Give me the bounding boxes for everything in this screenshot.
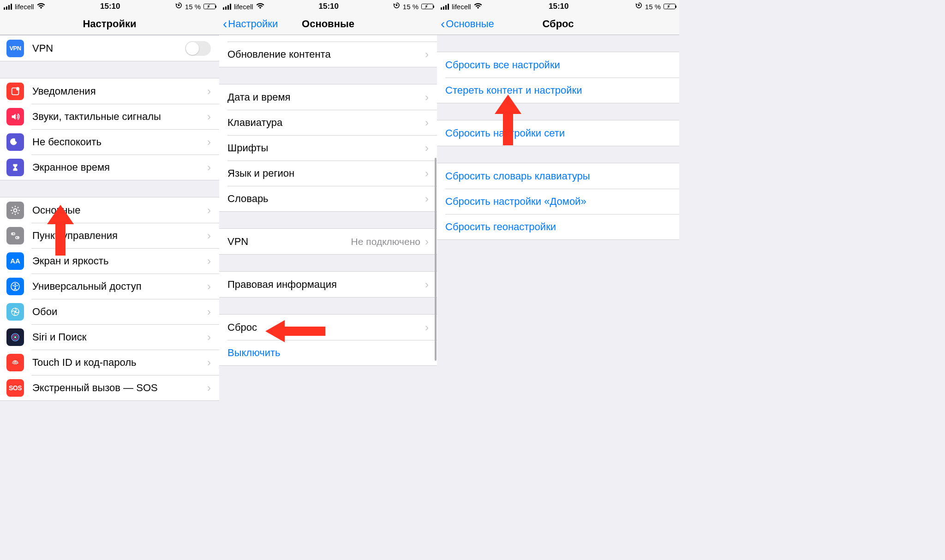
general-row-keyboard[interactable]: Клавиатура › <box>219 110 437 135</box>
status-bar: lifecell 15:10 15 % ⚡︎ <box>219 0 437 13</box>
chevron-right-icon: › <box>207 204 211 217</box>
general-icon <box>6 202 24 219</box>
nav-header: ‹ Настройки Основные <box>219 13 437 35</box>
settings-row-screentime[interactable]: Экранное время › <box>0 155 219 180</box>
row-label: Siri и Поиск <box>32 331 207 343</box>
svg-rect-0 <box>178 5 179 6</box>
row-label: Экстренный вызов — SOS <box>32 382 207 394</box>
chevron-right-icon: › <box>425 167 429 180</box>
row-label: Шрифты <box>227 142 425 154</box>
settings-row-sos[interactable]: SOS Экстренный вызов — SOS › <box>0 375 219 400</box>
reset-row-location[interactable]: Сбросить геонастройки <box>437 214 679 239</box>
svg-point-14 <box>14 336 17 338</box>
battery-percent: 15 % <box>645 3 661 11</box>
orientation-lock-icon <box>635 2 642 11</box>
general-row-background-refresh[interactable]: Обновление контента › <box>219 42 437 67</box>
chevron-right-icon: › <box>207 136 211 149</box>
chevron-right-icon: › <box>207 381 211 394</box>
scrollbar[interactable] <box>435 158 437 361</box>
chevron-right-icon: › <box>207 356 211 369</box>
row-label: Сбросить настройки сети <box>445 127 671 139</box>
chevron-right-icon: › <box>425 321 429 334</box>
status-bar: lifecell 15:10 15 % ⚡︎ <box>0 0 219 13</box>
display-icon: AA <box>6 252 24 270</box>
settings-row-display[interactable]: AA Экран и яркость › <box>0 248 219 274</box>
orientation-lock-icon <box>175 2 182 11</box>
general-row-shutdown[interactable]: Выключить <box>219 340 437 365</box>
vpn-toggle[interactable] <box>185 41 211 56</box>
cellular-signal-icon <box>441 4 449 10</box>
row-label: VPN <box>32 42 185 54</box>
svg-rect-15 <box>396 5 397 6</box>
row-label: Сбросить словарь клавиатуры <box>445 170 671 182</box>
row-label: Выключить <box>227 347 429 359</box>
vpn-icon: VPN <box>6 40 24 57</box>
cellular-signal-icon <box>4 4 12 10</box>
general-row-datetime[interactable]: Дата и время › <box>219 84 437 110</box>
battery-percent: 15 % <box>185 3 201 11</box>
general-row-fonts[interactable]: Шрифты › <box>219 135 437 161</box>
status-time: 15:10 <box>100 2 120 11</box>
chevron-right-icon: › <box>425 142 429 155</box>
settings-row-dnd[interactable]: Не беспокоить › <box>0 129 219 155</box>
svg-point-2 <box>16 87 19 90</box>
reset-row-network[interactable]: Сбросить настройки сети <box>437 120 679 146</box>
wallpaper-icon <box>6 303 24 321</box>
general-row-vpn[interactable]: VPN Не подключено › <box>219 229 437 254</box>
reset-row-erase-content[interactable]: Стереть контент и настройки <box>437 77 679 103</box>
battery-icon: ⚡︎ <box>664 4 676 9</box>
nav-back-label: Основные <box>446 18 494 30</box>
row-label: Экранное время <box>32 161 207 173</box>
svg-point-3 <box>14 209 17 212</box>
sounds-icon <box>6 108 24 125</box>
chevron-right-icon: › <box>425 235 429 248</box>
accessibility-icon <box>6 278 24 295</box>
settings-row-touchid[interactable]: Touch ID и код-пароль › <box>0 350 219 375</box>
nav-back-button[interactable]: ‹ Основные <box>437 17 494 31</box>
row-label: Пункт управления <box>32 230 207 242</box>
wifi-icon <box>256 3 264 11</box>
row-label: Язык и регион <box>227 167 425 179</box>
chevron-left-icon: ‹ <box>223 17 227 31</box>
chevron-right-icon: › <box>207 110 211 123</box>
settings-row-vpn[interactable]: VPN VPN <box>0 36 219 61</box>
settings-row-notifications[interactable]: Уведомления › <box>0 78 219 104</box>
reset-row-home-layout[interactable]: Сбросить настройки «Домой» <box>437 189 679 214</box>
chevron-right-icon: › <box>207 161 211 174</box>
row-label: Звуки, тактильные сигналы <box>32 111 207 123</box>
chevron-right-icon: › <box>207 331 211 344</box>
svg-point-7 <box>17 237 18 238</box>
row-label: Дата и время <box>227 91 425 103</box>
settings-row-wallpaper[interactable]: Обои › <box>0 299 219 324</box>
status-bar: lifecell 15:10 15 % ⚡︎ <box>437 0 679 13</box>
row-label: Экран и яркость <box>32 255 207 267</box>
reset-row-keyboard-dict[interactable]: Сбросить словарь клавиатуры <box>437 163 679 189</box>
settings-row-sounds[interactable]: Звуки, тактильные сигналы › <box>0 104 219 129</box>
row-label: Touch ID и код-пароль <box>32 357 207 369</box>
general-row-reset[interactable]: Сброс › <box>219 315 437 340</box>
battery-icon: ⚡︎ <box>421 4 433 9</box>
reset-row-all-settings[interactable]: Сбросить все настройки <box>437 52 679 77</box>
settings-root-screen: lifecell 15:10 15 % ⚡︎ Настройки VPN VPN <box>0 0 219 560</box>
general-row-legal[interactable]: Правовая информация › <box>219 272 437 297</box>
row-label: VPN <box>227 236 351 248</box>
settings-row-control-center[interactable]: Пункт управления › <box>0 223 219 248</box>
general-row-language[interactable]: Язык и регион › <box>219 161 437 186</box>
chevron-right-icon: › <box>425 278 429 291</box>
settings-row-siri[interactable]: Siri и Поиск › <box>0 324 219 350</box>
status-time: 15:10 <box>549 2 568 11</box>
settings-row-general[interactable]: Основные › <box>0 197 219 223</box>
row-label: Сбросить геонастройки <box>445 221 671 233</box>
nav-back-button[interactable]: ‹ Настройки <box>219 17 278 31</box>
chevron-right-icon: › <box>207 85 211 98</box>
reset-screen: lifecell 15:10 15 % ⚡︎ ‹ Основные Сброс … <box>437 0 679 560</box>
screentime-icon <box>6 159 24 176</box>
control-center-icon <box>6 227 24 244</box>
carrier-label: lifecell <box>452 3 471 11</box>
settings-row-accessibility[interactable]: Универсальный доступ › <box>0 274 219 299</box>
general-row-dictionary[interactable]: Словарь › <box>219 186 437 211</box>
row-label: Стереть контент и настройки <box>445 84 671 96</box>
chevron-right-icon: › <box>207 229 211 242</box>
row-label: Сбросить настройки «Домой» <box>445 196 671 208</box>
chevron-right-icon: › <box>207 305 211 318</box>
